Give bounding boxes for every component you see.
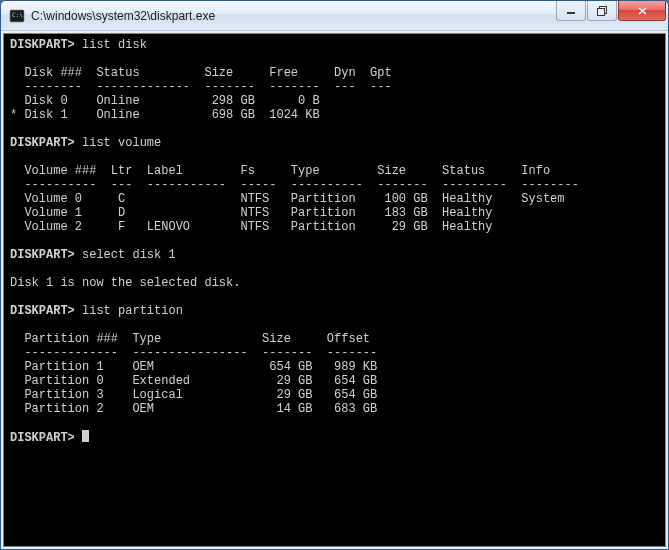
select-response: Disk 1 is now the selected disk. xyxy=(10,276,240,290)
volume-row: Volume 1 D NTFS Partition 183 GB Healthy xyxy=(10,206,492,220)
prompt: DISKPART> xyxy=(10,304,75,318)
partition-row: Partition 2 OEM 14 GB 683 GB xyxy=(10,402,377,416)
prompt: DISKPART> xyxy=(10,136,75,150)
prompt: DISKPART> xyxy=(10,431,75,445)
command-line: list partition xyxy=(82,304,183,318)
partition-row: Partition 1 OEM 654 GB 989 KB xyxy=(10,360,377,374)
partition-rule: ------------- ---------------- ------- -… xyxy=(10,346,377,360)
maximize-button[interactable] xyxy=(587,1,617,21)
close-icon xyxy=(637,6,648,16)
prompt: DISKPART> xyxy=(10,248,75,262)
partition-row: Partition 3 Logical 29 GB 654 GB xyxy=(10,388,377,402)
minimize-button[interactable] xyxy=(556,1,586,21)
app-icon: C:\ xyxy=(9,8,25,24)
volume-header: Volume ### Ltr Label Fs Type Size Status… xyxy=(10,164,550,178)
window-title: C:\windows\system32\diskpart.exe xyxy=(31,9,556,23)
disk-rule: -------- ------------- ------- ------- -… xyxy=(10,80,392,94)
cursor xyxy=(82,430,89,442)
prompt: DISKPART> xyxy=(10,38,75,52)
maximize-icon xyxy=(597,6,607,16)
command-line: list disk xyxy=(82,38,147,52)
volume-row: Volume 0 C NTFS Partition 100 GB Healthy… xyxy=(10,192,565,206)
console-window: C:\ C:\windows\system32\diskpart.exe xyxy=(0,0,669,550)
disk-row: Disk 0 Online 298 GB 0 B xyxy=(10,94,320,108)
window-controls xyxy=(556,1,666,30)
svg-rect-4 xyxy=(598,8,605,15)
minimize-icon xyxy=(566,6,576,16)
partition-header: Partition ### Type Size Offset xyxy=(10,332,370,346)
volume-row: Volume 2 F LENOVO NTFS Partition 29 GB H… xyxy=(10,220,492,234)
disk-header: Disk ### Status Size Free Dyn Gpt xyxy=(10,66,392,80)
volume-rule: ---------- --- ----------- ----- -------… xyxy=(10,178,579,192)
partition-row: Partition 0 Extended 29 GB 654 GB xyxy=(10,374,377,388)
command-line: select disk 1 xyxy=(82,248,176,262)
terminal-output[interactable]: DISKPART> list disk Disk ### Status Size… xyxy=(3,33,666,547)
disk-row: * Disk 1 Online 698 GB 1024 KB xyxy=(10,108,320,122)
close-button[interactable] xyxy=(618,1,666,21)
command-line: list volume xyxy=(82,136,161,150)
titlebar[interactable]: C:\ C:\windows\system32\diskpart.exe xyxy=(1,1,668,31)
svg-text:C:\: C:\ xyxy=(12,11,23,18)
